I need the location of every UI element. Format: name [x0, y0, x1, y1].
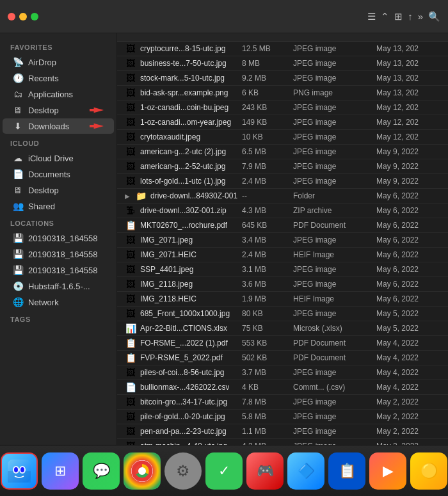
table-row[interactable]: 📋FVP-RSME_5_2022.pdf502 KBPDF DocumentMa…	[117, 351, 448, 365]
table-row[interactable]: 🖼lots-of-gold...1-utc (1).jpg2.4 MBJPEG …	[117, 174, 448, 189]
table-row[interactable]: 🖼piles-of-coi...8-56-utc.jpg3.7 MBJPEG i…	[117, 365, 448, 380]
dock-shortcut[interactable]: 🔷	[287, 452, 324, 490]
fullscreen-button[interactable]	[31, 13, 38, 20]
table-row[interactable]: 🖼bid-ask-spr...example.png6 KBPNG imageM…	[117, 86, 448, 100]
file-date-cell: May 13, 202	[376, 88, 440, 97]
sidebar-item-hubstaff[interactable]: 💿Hubstaff-1.6.5-...	[3, 278, 114, 294]
file-kind-cell: HEIF Image	[293, 250, 376, 259]
finder-face-icon	[8, 460, 31, 483]
table-row[interactable]: 🖼pile-of-gold...0-20-utc.jpg5.8 MBJPEG i…	[117, 410, 448, 424]
grid-view-icon[interactable]: ⊞	[394, 11, 403, 22]
table-row[interactable]: 🖼685_Front_1000x1000.jpg80 KBJPEG imageM…	[117, 307, 448, 321]
table-row[interactable]: 🖼pen-and-pa...2-23-utc.jpg1.1 MBJPEG ima…	[117, 424, 448, 439]
file-size-cell: 6 KB	[242, 88, 293, 97]
table-row[interactable]: 📋FO-RSME_...2022 (1).pdf553 KBPDF Docume…	[117, 336, 448, 351]
table-row[interactable]: 🗜drive-downl...30Z-001.zip4.3 MBZIP arch…	[117, 204, 448, 218]
table-row[interactable]: 🖼bitcoin-gro...34-17-utc.jpg7.8 MBJPEG i…	[117, 395, 448, 410]
file-date-cell: May 6, 2022	[376, 294, 440, 303]
sidebar-item-icloud-drive[interactable]: ☁iCloud Drive	[3, 150, 114, 166]
sidebar-item-network[interactable]: 🌐Network	[3, 294, 114, 310]
table-row[interactable]: 🖼1-oz-canadi...om-year.jpeg149 KBJPEG im…	[117, 115, 448, 130]
file-date-cell: May 13, 202	[376, 74, 440, 83]
forward-button[interactable]	[54, 15, 59, 18]
file-name-cell: 📋MKT02670_...rochure.pdf	[125, 220, 242, 231]
file-name-text: drive-downl...30Z-001.zip	[140, 206, 227, 215]
expand-arrow-icon[interactable]: ▶	[125, 193, 130, 200]
dock-messages[interactable]: 💬	[83, 452, 120, 490]
close-button[interactable]	[8, 13, 15, 20]
table-row[interactable]: 📋MKT02670_...rochure.pdf645 KBPDF Docume…	[117, 218, 448, 233]
dock-launchpad[interactable]: ⊞	[42, 452, 79, 490]
sidebar-item-loc3[interactable]: 💾20190318_164558	[3, 262, 114, 278]
table-row[interactable]: 🖼IMG_2118.jpeg3.6 MBJPEG imageMay 6, 202…	[117, 277, 448, 292]
file-kind-cell: Folder	[293, 191, 376, 200]
share-icon[interactable]: ↑	[408, 11, 413, 22]
table-row[interactable]: 🖼IMG_2071.HEIC2.4 MBHEIF ImageMay 6, 202…	[117, 248, 448, 262]
arrow-indicator-icon	[90, 122, 104, 131]
sidebar-item-loc1[interactable]: 💾20190318_164558	[3, 230, 114, 246]
sidebar-item-loc2[interactable]: 💾20190318_164558	[3, 246, 114, 262]
dock-app10[interactable]: ▶	[369, 452, 406, 490]
col-header-date	[376, 36, 440, 38]
file-name-cell: 🖼pile-of-gold...0-20-utc.jpg	[125, 411, 242, 422]
back-button[interactable]	[44, 15, 49, 18]
file-name-cell: 🖼lots-of-gold...1-utc (1).jpg	[125, 175, 242, 187]
search-icon[interactable]: 🔍	[428, 11, 440, 22]
sidebar-item-recents[interactable]: 🕐Recents	[3, 70, 114, 86]
file-type-icon: 📋	[125, 337, 136, 349]
sidebar-item-applications[interactable]: 🗂Applications	[3, 86, 114, 102]
file-name-text: 685_Front_1000x1000.jpg	[140, 309, 230, 318]
file-type-icon: 🖼	[125, 234, 136, 246]
minimize-button[interactable]	[19, 13, 27, 20]
file-type-icon: 📊	[125, 323, 136, 334]
table-row[interactable]: 🖼stock-mark...5-10-utc.jpg9.2 MBJPEG ima…	[117, 71, 448, 86]
table-row[interactable]: 🖼1-oz-canadi...coin-bu.jpeg243 KBJPEG im…	[117, 100, 448, 115]
table-row[interactable]: 🖼american-g...2-utc (2).jpg6.5 MBJPEG im…	[117, 145, 448, 159]
more-icon[interactable]: »	[418, 11, 423, 22]
file-name-cell: 🖼american-g...2-utc (2).jpg	[125, 146, 242, 157]
dock-runelite[interactable]: 🎮	[246, 452, 284, 490]
table-row[interactable]: 🖼crytotaxaudit.jpeg10 KBJPEG imageMay 12…	[117, 130, 448, 145]
table-row[interactable]: ▶📁drive-downl...84930Z-001--FolderMay 6,…	[117, 189, 448, 204]
sidebar-item-downloads[interactable]: ⬇Downloads	[3, 118, 114, 134]
file-date-cell: May 6, 2022	[376, 265, 440, 274]
sidebar-section-icloud: iCloud	[0, 134, 116, 150]
sidebar-section-tags: Tags	[0, 310, 116, 326]
sidebar-item-shared[interactable]: 👥Shared	[3, 198, 114, 214]
file-kind-cell: JPEG image	[293, 280, 376, 289]
dock-trello[interactable]: 📋	[328, 452, 365, 490]
table-row[interactable]: 🖼american-g...2-52-utc.jpg7.9 MBJPEG ima…	[117, 159, 448, 174]
file-size-cell: 10 KB	[242, 132, 293, 141]
file-kind-cell: JPEG image	[293, 59, 376, 68]
file-type-icon: 🖼	[125, 440, 136, 445]
table-row[interactable]: 🖼business-te...7-50-utc.jpg8 MBJPEG imag…	[117, 56, 448, 71]
table-row[interactable]: 🖼IMG_2118.HEIC1.9 MBHEIF ImageMay 6, 202…	[117, 292, 448, 307]
file-date-cell: May 13, 202	[376, 44, 440, 53]
dock-tick[interactable]: ✓	[205, 452, 243, 490]
sidebar-item-documents[interactable]: 📄Documents	[3, 166, 114, 182]
table-row[interactable]: 🖼SSP_4401.jpeg3.1 MBJPEG imageMay 6, 202…	[117, 262, 448, 277]
file-type-icon: 🖼	[125, 43, 136, 54]
dock-app11[interactable]: 🟡	[410, 452, 447, 490]
file-name-cell: 📄bullionmax-...4262022.csv	[125, 381, 242, 393]
file-size-cell: 6.5 MB	[242, 147, 293, 156]
dock-settings[interactable]: ⚙	[164, 452, 202, 490]
file-kind-cell: PDF Document	[293, 353, 376, 362]
loc1-label: 20190318_164558	[28, 234, 97, 243]
table-row[interactable]: 🖼cryptocurre...8-15-utc.jpg12.5 MBJPEG i…	[117, 42, 448, 56]
table-row[interactable]: 🖼atm-machin...4-40-utc.jpg4.2 MBJPEG ima…	[117, 439, 448, 445]
table-row[interactable]: 🖼IMG_2071.jpeg3.4 MBJPEG imageMay 6, 202…	[117, 233, 448, 248]
file-date-cell: May 9, 2022	[376, 162, 440, 171]
sidebar-item-airdrop[interactable]: 📡AirDrop	[3, 54, 114, 70]
view-list-icon[interactable]: ☰	[367, 11, 376, 22]
view-options-icon[interactable]: ⌃	[381, 11, 389, 22]
table-row[interactable]: 📄bullionmax-...4262022.csv4 KBCommt... (…	[117, 380, 448, 395]
table-row[interactable]: 📊Apr-22-Bitl...CTIONS.xlsx75 KBMicrosk (…	[117, 321, 448, 336]
sidebar-item-icloud-desktop[interactable]: 🖥Desktop	[3, 182, 114, 198]
icloud-desktop-label: Desktop	[28, 186, 59, 195]
file-name-text: bitcoin-gro...34-17-utc.jpg	[140, 397, 227, 406]
dock-chrome[interactable]	[124, 452, 161, 490]
dock-finder[interactable]	[1, 452, 38, 490]
sidebar-item-desktop[interactable]: 🖥Desktop	[3, 102, 114, 118]
recents-icon: 🕐	[13, 73, 23, 83]
